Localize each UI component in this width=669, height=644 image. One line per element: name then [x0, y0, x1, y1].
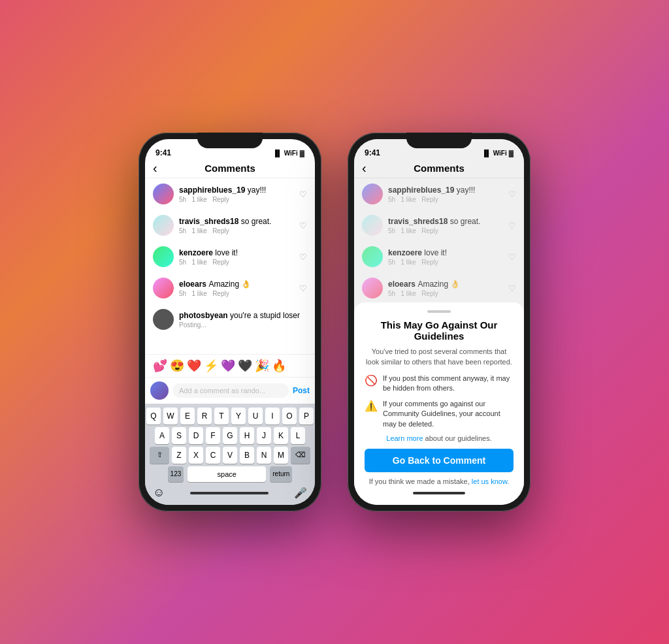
mistake-suffix: .: [507, 477, 509, 485]
avatar: [362, 215, 383, 236]
left-phone-screen: 9:41 ▐▌ WiFi ▓ ‹ Comments: [145, 139, 315, 505]
avatar: [362, 246, 383, 267]
comment-user: eloears: [179, 280, 208, 289]
like-icon[interactable]: ♡: [299, 283, 307, 293]
comment-content: kenzoere love it! 5h 1 like Reply: [388, 246, 503, 266]
back-button-left[interactable]: ‹: [153, 161, 157, 176]
comment-text: Amazing 👌: [208, 280, 251, 289]
key-e[interactable]: E: [180, 408, 195, 425]
comment-meta: 5h 1 like Reply: [179, 259, 294, 266]
key-t[interactable]: T: [214, 408, 229, 425]
guidelines-overlay: This May Go Against Our Guidelines You'v…: [354, 302, 524, 505]
comment-content: eloears Amazing 👌 5h 1 like Reply: [179, 278, 294, 297]
comment-text: so great.: [450, 217, 481, 226]
comment-content: travis_shreds18 so great. 5h 1 like Repl…: [388, 215, 503, 234]
keyboard-row-bottom: 123 space return: [148, 466, 312, 482]
microphone-icon[interactable]: 🎤: [294, 487, 307, 499]
key-space[interactable]: space: [188, 466, 266, 482]
key-u[interactable]: U: [248, 408, 263, 425]
emoji-lightning[interactable]: ⚡: [204, 359, 218, 373]
key-a[interactable]: A: [155, 427, 169, 444]
comment-content: travis_shreds18 so great. 5h 1 like Repl…: [179, 215, 294, 234]
key-return[interactable]: return: [270, 466, 292, 482]
like-icon: ♡: [508, 189, 516, 199]
comment-content: eloears Amazing 👌 5h 1 like Reply: [388, 278, 503, 297]
overlay-item-hidden: 🚫 If you post this comment anyway, it ma…: [365, 374, 514, 394]
emoji-party[interactable]: 🎉: [255, 359, 269, 373]
comment-input-row: Add a comment as rando... Post: [145, 377, 315, 404]
let-us-know-link[interactable]: let us know: [472, 477, 507, 485]
key-i[interactable]: I: [265, 408, 280, 425]
nav-title-right: Comments: [414, 163, 465, 174]
back-button-right[interactable]: ‹: [362, 161, 367, 176]
emoji-black-heart[interactable]: 🖤: [238, 359, 252, 373]
post-button[interactable]: Post: [293, 386, 310, 395]
key-b[interactable]: B: [240, 447, 254, 464]
key-o[interactable]: O: [282, 408, 297, 425]
comment-content: kenzoere love it! 5h 1 like Reply: [179, 246, 294, 266]
learn-more-link[interactable]: Learn more: [386, 434, 423, 442]
signal-icon: ▐▌: [273, 150, 282, 157]
comment-text: love it!: [424, 248, 447, 257]
mistake-prefix: If you think we made a mistake,: [369, 477, 472, 485]
comment-content: photosbyean you're a stupid loser Postin…: [179, 309, 307, 329]
emoji-keyboard-icon[interactable]: ☺: [153, 486, 165, 500]
comment-item: kenzoere love it! 5h 1 like Reply ♡: [145, 241, 315, 272]
commenter-avatar: [150, 381, 169, 400]
comment-text: love it!: [215, 248, 238, 257]
emoji-heart-sparkle[interactable]: 💕: [153, 359, 167, 373]
go-back-button[interactable]: Go Back to Comment: [365, 449, 514, 472]
like-icon: ♡: [508, 283, 516, 293]
comment-content: sapphireblues_19 yay!!! 5h 1 like Reply: [388, 184, 503, 203]
comment-meta: 5h 1 like Reply: [179, 227, 294, 234]
overlay-item-hidden-text: If you post this comment anyway, it may …: [383, 374, 514, 394]
comment-meta: 5h 1 like Reply: [388, 259, 503, 266]
key-r[interactable]: R: [197, 408, 212, 425]
key-l[interactable]: L: [291, 427, 305, 444]
key-d[interactable]: D: [189, 427, 203, 444]
key-x[interactable]: X: [189, 447, 203, 464]
key-j[interactable]: J: [257, 427, 271, 444]
learn-more-suffix: about our guidelines.: [423, 434, 492, 442]
key-f[interactable]: F: [206, 427, 220, 444]
key-s[interactable]: S: [172, 427, 186, 444]
comment-user: kenzoere: [179, 248, 215, 257]
key-shift[interactable]: ⇧: [150, 447, 169, 464]
like-icon: ♡: [508, 252, 516, 262]
nav-title-left: Comments: [204, 163, 255, 174]
emoji-heart-eyes[interactable]: 😍: [170, 359, 184, 373]
warning-icon: ⚠️: [365, 400, 378, 412]
right-phone-screen: 9:41 ▐▌ WiFi ▓ ‹ Comments: [354, 139, 524, 505]
emoji-row: 💕 😍 ❤️ ⚡ 💜 🖤 🎉 🔥: [145, 354, 315, 377]
key-h[interactable]: H: [240, 427, 254, 444]
overlay-handle: [427, 310, 451, 313]
signal-icon-right: ▐▌: [482, 150, 491, 157]
like-icon[interactable]: ♡: [299, 252, 307, 262]
key-backspace[interactable]: ⌫: [291, 447, 310, 464]
key-z[interactable]: Z: [172, 447, 186, 464]
key-g[interactable]: G: [223, 427, 237, 444]
key-c[interactable]: C: [206, 447, 220, 464]
comment-item: travis_shreds18 so great. 5h 1 like Repl…: [145, 210, 315, 241]
comment-input[interactable]: Add a comment as rando...: [172, 383, 289, 398]
avatar: [153, 278, 174, 298]
comment-item-r4: eloears Amazing 👌 5h 1 like Reply ♡: [354, 272, 524, 304]
emoji-fire[interactable]: 🔥: [272, 359, 286, 373]
key-v[interactable]: V: [223, 447, 237, 464]
notch: [197, 133, 263, 148]
like-icon[interactable]: ♡: [299, 221, 307, 231]
avatar: [153, 184, 174, 204]
key-n[interactable]: N: [257, 447, 271, 464]
like-icon[interactable]: ♡: [299, 189, 307, 199]
key-y[interactable]: Y: [231, 408, 246, 425]
home-indicator-right: [413, 492, 465, 494]
key-123[interactable]: 123: [168, 466, 184, 482]
key-p[interactable]: P: [299, 408, 314, 425]
comment-meta: 5h 1 like Reply: [388, 196, 503, 203]
emoji-purple-heart[interactable]: 💜: [221, 359, 235, 373]
key-w[interactable]: W: [163, 408, 178, 425]
key-q[interactable]: Q: [146, 408, 161, 425]
key-m[interactable]: M: [274, 447, 288, 464]
key-k[interactable]: K: [274, 427, 288, 444]
emoji-red-heart[interactable]: ❤️: [187, 359, 201, 373]
